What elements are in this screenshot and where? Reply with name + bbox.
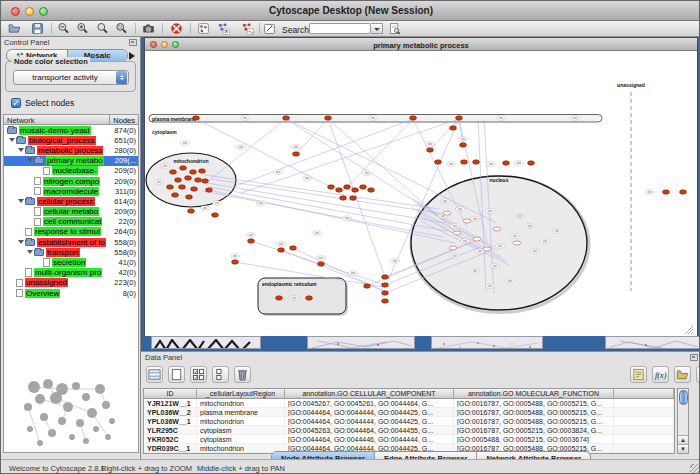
background-window-strip[interactable] xyxy=(307,336,415,349)
table-row[interactable]: YJR121W__1mitochondrion[GO:0045267, GO:0… xyxy=(144,399,674,408)
zoom-fit-icon[interactable] xyxy=(96,22,110,35)
graph-node[interactable] xyxy=(276,296,283,300)
table-column-header[interactable]: annotation.GO MOLECULAR_FUNCTION xyxy=(454,389,614,398)
save-session-icon[interactable] xyxy=(31,22,45,35)
graph-node[interactable] xyxy=(232,260,239,264)
graph-node[interactable] xyxy=(680,190,687,194)
tree-row-overview[interactable]: Overview8(0) xyxy=(4,288,138,298)
tree-row-nucleobase-[interactable]: nucleobase-209(0) xyxy=(4,166,138,176)
graph-node[interactable] xyxy=(364,284,371,288)
background-window-strip[interactable] xyxy=(431,336,543,349)
graph-node[interactable] xyxy=(456,116,463,120)
tree-row-transport[interactable]: transport558(0) xyxy=(4,247,138,257)
graph-node[interactable] xyxy=(283,116,290,120)
window-resize-grip[interactable] xyxy=(690,464,700,474)
graph-node[interactable] xyxy=(460,143,467,147)
network-canvas[interactable]: plasma membranecytoplasmunassignedmitoch… xyxy=(145,51,697,336)
table-row[interactable]: YPL036W__1mitochondrion[GO:0044464, GO:0… xyxy=(144,417,674,426)
zoom-out-icon[interactable] xyxy=(57,22,71,35)
graph-node[interactable] xyxy=(167,185,174,189)
search-dropdown-button[interactable] xyxy=(371,23,383,34)
search-input[interactable] xyxy=(309,23,371,34)
graph-node[interactable] xyxy=(248,239,255,243)
table-column-header[interactable] xyxy=(614,389,674,398)
graph-node[interactable] xyxy=(328,185,335,189)
graph-node[interactable] xyxy=(199,169,206,173)
table-column-header[interactable]: ID xyxy=(144,389,197,398)
delete-attributes-trash-icon[interactable] xyxy=(234,366,251,383)
table-vertical-scrollbar[interactable]: ▲ ▼ xyxy=(677,388,689,454)
graph-node[interactable] xyxy=(190,170,197,174)
tree-row-mosaic-demo-yeast[interactable]: mosaic-demo-yeast874(0) xyxy=(4,125,138,135)
network-view-titlebar[interactable]: primary metabolic process xyxy=(145,38,697,51)
graph-node[interactable] xyxy=(382,291,389,295)
attribute-table[interactable]: ID_cellularLayoutRegionannotation.GO CEL… xyxy=(143,388,675,454)
tree-row-unassigned[interactable]: unassigned223(0) xyxy=(4,278,138,288)
tree-row-secretion[interactable]: secretion41(0) xyxy=(4,257,138,267)
graph-node[interactable] xyxy=(290,246,297,250)
graph-node[interactable] xyxy=(382,283,389,287)
scroll-up-arrow-icon[interactable]: ▲ xyxy=(678,435,688,444)
graph-node[interactable] xyxy=(663,190,670,194)
tree-row-primary-metabo[interactable]: primary metabo209(... xyxy=(4,156,138,166)
tree-row-macromolecule[interactable]: macromolecule311(0) xyxy=(4,186,138,196)
graph-node[interactable] xyxy=(503,161,510,165)
table-column-header[interactable]: annotation.GO CELLULAR_COMPONENT xyxy=(285,389,454,398)
graph-node[interactable] xyxy=(427,148,434,152)
node-color-dropdown[interactable]: transporter activity xyxy=(13,70,129,85)
function-builder-icon[interactable]: f(x) xyxy=(652,366,669,383)
graph-node[interactable] xyxy=(293,152,300,156)
tree-row-cellular-process[interactable]: cellular process614(0) xyxy=(4,196,138,206)
tree-expand-arrow-icon[interactable] xyxy=(27,158,33,165)
select-all-attributes-icon[interactable] xyxy=(146,366,163,383)
table-column-header[interactable]: _cellularLayoutRegion xyxy=(197,389,285,398)
open-session-icon[interactable] xyxy=(8,22,22,35)
graph-node[interactable] xyxy=(325,116,332,120)
unselect-attributes-icon[interactable] xyxy=(212,366,229,383)
vizmapper-icon[interactable] xyxy=(197,22,211,35)
tree-row-metabolic-process[interactable]: metabolic process280(0) xyxy=(4,145,138,155)
tree-row-cellular-metabo[interactable]: cellular metabo209(0) xyxy=(4,207,138,217)
background-window-strip[interactable] xyxy=(605,336,700,349)
tree-row-multi-organism-pro[interactable]: multi-organism pro42(0) xyxy=(4,268,138,278)
matrix-view-icon[interactable] xyxy=(696,366,700,383)
graph-node[interactable] xyxy=(172,193,179,197)
tree-expand-arrow-icon[interactable] xyxy=(18,199,24,206)
zoom-in-icon[interactable] xyxy=(76,22,90,35)
graph-node[interactable] xyxy=(344,185,351,189)
canvas-resize-grip[interactable] xyxy=(691,332,693,334)
graph-node[interactable] xyxy=(350,196,357,200)
attribute-table-header[interactable]: ID_cellularLayoutRegionannotation.GO CEL… xyxy=(144,389,674,399)
annotation-icon[interactable] xyxy=(263,22,277,35)
tree-row-nitrogen-compo[interactable]: nitrogen compo209(0) xyxy=(4,176,138,186)
graph-node[interactable] xyxy=(191,187,198,191)
float-panel-icon[interactable] xyxy=(129,39,137,46)
table-row[interactable]: YPL036W__2plasma membrane[GO:0044464, GO… xyxy=(144,408,674,417)
graph-node[interactable] xyxy=(352,188,359,192)
tree-expand-arrow-icon[interactable] xyxy=(9,138,15,145)
tree-row-biological-process[interactable]: biological_process651(0) xyxy=(4,135,138,145)
tree-expand-arrow-icon[interactable] xyxy=(18,148,24,155)
float-data-panel-icon[interactable] xyxy=(690,354,698,361)
graph-node[interactable] xyxy=(206,188,213,192)
tree-row-establishment-of-lo[interactable]: establishment of lo558(0) xyxy=(4,237,138,247)
help-lifesaver-icon[interactable] xyxy=(170,22,184,35)
graph-node[interactable] xyxy=(340,196,347,200)
graph-node[interactable] xyxy=(180,166,187,170)
graph-node[interactable] xyxy=(435,160,442,164)
tree-expand-arrow-icon[interactable] xyxy=(27,250,33,257)
new-network-from-selection-icon[interactable] xyxy=(217,22,231,35)
graph-node[interactable] xyxy=(450,126,457,130)
graph-node[interactable] xyxy=(202,179,209,183)
graph-node[interactable] xyxy=(368,188,375,192)
scroll-down-arrow-icon[interactable]: ▼ xyxy=(678,444,688,453)
graph-node[interactable] xyxy=(188,209,195,213)
graph-node[interactable] xyxy=(461,160,468,164)
graph-node[interactable] xyxy=(473,160,480,164)
attribute-notes-icon[interactable] xyxy=(630,366,647,383)
graph-node[interactable] xyxy=(186,195,193,199)
graph-node[interactable] xyxy=(410,116,417,120)
snapshot-camera-icon[interactable] xyxy=(142,22,156,35)
table-row[interactable]: YLR295Ccytoplasm[GO:0045263, GO:0044464,… xyxy=(144,426,674,435)
graph-node[interactable] xyxy=(528,161,535,165)
